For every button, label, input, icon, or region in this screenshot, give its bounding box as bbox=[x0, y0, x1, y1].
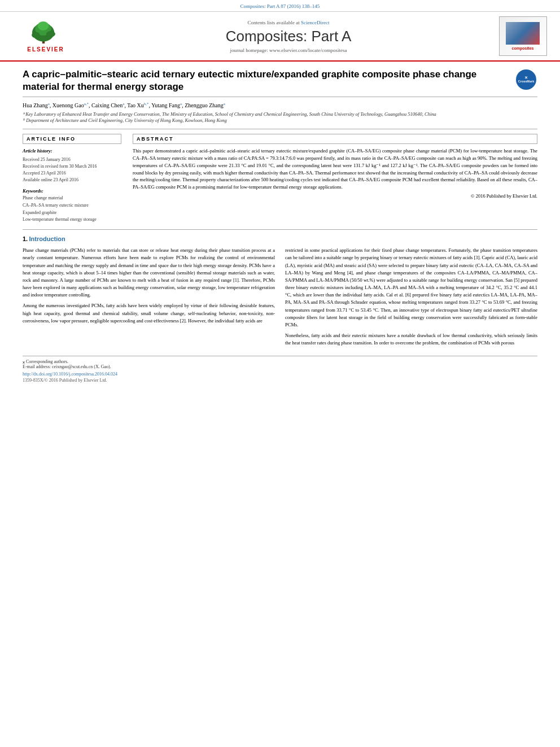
abstract-col: ABSTRACT This paper demonstrated a capri… bbox=[133, 134, 537, 224]
paper-title: A capric–palmitic–stearic acid ternary e… bbox=[23, 68, 508, 93]
intro-left-col: Phase change materials (PCMs) refer to m… bbox=[23, 247, 275, 350]
journal-header: ELSEVIER Contents lists available at Sci… bbox=[0, 12, 560, 62]
affil-b: ᵇ Department of Architecture and Civil E… bbox=[23, 117, 537, 124]
journal-citation: Composites: Part A 87 (2016) 138–145 bbox=[240, 3, 320, 9]
copyright-line: © 2016 Published by Elsevier Ltd. bbox=[133, 193, 537, 199]
keywords-label: Keywords: bbox=[23, 188, 121, 194]
keyword-2: CA–PA–SA ternary eutectic mixture bbox=[23, 202, 121, 209]
accepted-date: Accepted 23 April 2016 bbox=[23, 170, 121, 177]
svg-point-3 bbox=[38, 21, 49, 30]
svg-point-4 bbox=[32, 32, 40, 38]
introduction-section: 1. Introduction Phase change materials (… bbox=[23, 235, 537, 350]
abstract-text: This paper demonstrated a capric acid–pa… bbox=[133, 147, 537, 191]
keyword-3: Expanded graphite bbox=[23, 209, 121, 217]
article-history-block: Article history: Received 25 January 201… bbox=[23, 147, 121, 184]
elsevier-tree-icon bbox=[23, 20, 68, 45]
composites-logo-image bbox=[506, 22, 540, 45]
intro-right-para2: Nonetheless, fatty acids and their eutec… bbox=[285, 332, 537, 347]
paper-title-section: A capric–palmitic–stearic acid ternary e… bbox=[23, 68, 537, 97]
crossmark-icon: ✕ CrossMark bbox=[516, 69, 536, 90]
composites-logo-label: composites bbox=[512, 46, 534, 50]
article-info-col: ARTICLE INFO Article history: Received 2… bbox=[23, 134, 121, 224]
elsevier-brand-text: ELSEVIER bbox=[27, 46, 64, 53]
journal-homepage-line: journal homepage: www.elsevier.com/locat… bbox=[82, 47, 495, 53]
article-info-header: ARTICLE INFO bbox=[23, 134, 121, 144]
affil-a: ᵃ Key Laboratory of Enhanced Heat Transf… bbox=[23, 111, 537, 118]
svg-point-5 bbox=[46, 31, 55, 37]
intro-right-col: restricted in some practical application… bbox=[285, 247, 537, 350]
crossmark-badge[interactable]: ✕ CrossMark bbox=[515, 68, 537, 91]
science-direct-anchor[interactable]: ScienceDirect bbox=[301, 20, 329, 25]
corresponding-note: ⁎ Corresponding authors. bbox=[23, 359, 537, 364]
journal-title: Composites: Part A bbox=[82, 28, 495, 45]
journal-center-header: Contents lists available at ScienceDirec… bbox=[82, 20, 495, 53]
keyword-4: Low-temperature thermal energy storage bbox=[23, 216, 121, 224]
science-direct-link: Contents lists available at ScienceDirec… bbox=[82, 20, 495, 25]
keywords-block: Keywords: Phase change material CA–PA–SA… bbox=[23, 188, 121, 224]
section-divider bbox=[23, 229, 537, 230]
authors-line: Hua Zhanga, Xuenong Gaoa,*, Caixing Chen… bbox=[23, 102, 537, 108]
article-info-abstract-section: ARTICLE INFO Article history: Received 2… bbox=[23, 134, 537, 224]
intro-para2: Among the numerous investigated PCMs, fa… bbox=[23, 302, 275, 325]
email-note: E-mail address: ceixngao@scut.edu.cn (X.… bbox=[23, 364, 537, 369]
affiliations-block: ᵃ Key Laboratory of Enhanced Heat Transf… bbox=[23, 111, 537, 130]
composites-logo-area: composites bbox=[495, 16, 551, 56]
issn-line: 1359-835X/© 2016 Published by Elsevier L… bbox=[23, 378, 537, 383]
elsevier-logo-area: ELSEVIER bbox=[9, 20, 82, 53]
available-date: Available online 23 April 2016 bbox=[23, 177, 121, 184]
footnotes-area: ⁎ Corresponding authors. E-mail address:… bbox=[23, 356, 537, 369]
abstract-header: ABSTRACT bbox=[133, 134, 537, 144]
paper-content: A capric–palmitic–stearic acid ternary e… bbox=[0, 62, 560, 390]
intro-body: Phase change materials (PCMs) refer to m… bbox=[23, 247, 537, 350]
doi-line: http://dx.doi.org/10.1016/j.compositesa.… bbox=[23, 372, 537, 377]
intro-right-para1: restricted in some practical application… bbox=[285, 247, 537, 329]
received-date: Received 25 January 2016 bbox=[23, 156, 121, 163]
journal-citation-bar: Composites: Part A 87 (2016) 138–145 bbox=[0, 0, 560, 12]
intro-heading: 1. Introduction bbox=[23, 235, 537, 242]
doi-link[interactable]: http://dx.doi.org/10.1016/j.compositesa.… bbox=[23, 372, 117, 377]
composites-logo-box: composites bbox=[499, 16, 547, 56]
intro-para1: Phase change materials (PCMs) refer to m… bbox=[23, 247, 275, 299]
revised-date: Received in revised form 30 March 2016 bbox=[23, 163, 121, 170]
history-label: Article history: bbox=[23, 147, 121, 155]
keyword-1: Phase change material bbox=[23, 195, 121, 202]
